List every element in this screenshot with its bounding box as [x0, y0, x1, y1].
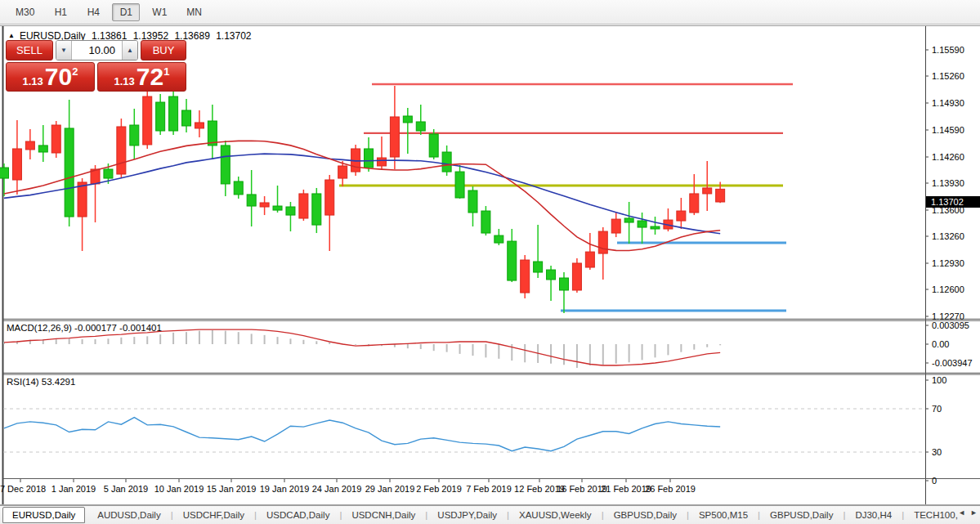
date-axis-label[interactable]: 24 Jan 2019 [312, 484, 362, 494]
candle-body [598, 231, 607, 253]
macd-axis-label: 0.003095 [932, 320, 969, 330]
candle-body [494, 235, 503, 243]
candle-body [25, 141, 34, 150]
collapse-panel-icon[interactable]: ▲ [8, 32, 15, 39]
date-axis-label[interactable]: 5 Jan 2019 [104, 484, 148, 494]
candle-body [299, 194, 308, 218]
candle-body [468, 190, 477, 213]
candle-body [182, 110, 191, 126]
sell-price-point: 2 [72, 65, 78, 78]
sell-price-button[interactable]: 1.13 70 2 [6, 62, 95, 92]
buy-price-pips: 72 [136, 65, 163, 89]
candle-body [286, 207, 295, 215]
candle-body [0, 168, 9, 178]
tab-scroll-buttons: ◄ ► [958, 508, 978, 517]
sell-price-pips: 70 [45, 65, 72, 89]
chart-tab-usdchf-daily[interactable]: USDCHF,Daily [174, 508, 253, 522]
candle-body [117, 127, 126, 174]
rsi-axis-label: 100 [932, 375, 946, 385]
volume-input[interactable]: 10.00 [72, 41, 122, 60]
candle-body [416, 122, 425, 131]
date-axis-label[interactable]: 19 Jan 2019 [260, 484, 310, 494]
candle-body [703, 188, 712, 194]
date-axis-label[interactable]: 16 Feb 2019 [557, 484, 607, 494]
sell-button[interactable]: SELL [6, 40, 53, 60]
chart-tab-xauusd-weekly[interactable]: XAUUSD,Weekly [510, 508, 601, 522]
buy-price-point: 1 [163, 65, 169, 78]
chart-tab-usdjpy-daily[interactable]: USDJPY,Daily [428, 508, 506, 522]
chart-tab-gbpusd-daily[interactable]: GBPUSD,Daily [605, 508, 686, 522]
date-axis-label[interactable]: 2 Feb 2019 [416, 484, 462, 494]
volume-increase-icon[interactable]: ▲ [122, 41, 137, 60]
volume-decrease-icon[interactable]: ▼ [56, 41, 72, 60]
one-click-trading-panel: SELL ▼ 10.00 ▲ BUY 1.13 70 2 1.13 72 1 [6, 40, 186, 92]
date-axis-label[interactable]: 21 Feb 2019 [601, 484, 651, 494]
price-axis-label[interactable]: 1.14590 [932, 125, 964, 135]
candle-body [325, 180, 334, 215]
candle-body [260, 203, 269, 207]
candle-body [455, 172, 464, 198]
date-axis-label[interactable]: 7 Feb 2019 [466, 484, 512, 494]
chart-tab-dj30-h4[interactable]: DJ30,H4 [846, 508, 901, 522]
ohlc-close: 1.13702 [216, 30, 251, 42]
rsi-axis-label: 0 [932, 476, 937, 486]
candle-body [338, 166, 347, 178]
candle-body [51, 125, 60, 153]
chart-tab-eurusd-daily[interactable]: EURUSD,Daily [2, 507, 85, 523]
chart-tab-gbpusd-daily[interactable]: GBPUSD,Daily [761, 508, 842, 522]
chart-tab-sp500-m15[interactable]: SP500,M15 [690, 508, 757, 522]
date-axis-label[interactable]: 10 Jan 2019 [154, 484, 204, 494]
price-axis-label[interactable]: 1.13260 [932, 231, 964, 241]
price-axis-label[interactable]: 1.14260 [932, 152, 964, 162]
candle-body [390, 117, 399, 157]
candle-body [273, 206, 282, 210]
candle-body [508, 241, 517, 280]
candle-body [169, 96, 178, 131]
candle-body [716, 189, 725, 202]
date-axis-label[interactable]: 26 Feb 2019 [645, 484, 696, 494]
chart-tab-audusd-daily[interactable]: AUDUSD,Daily [88, 508, 169, 522]
candle-body [403, 116, 412, 123]
candle-body [221, 146, 230, 184]
date-axis-label[interactable]: 29 Jan 2019 [365, 484, 415, 494]
candle-body [130, 125, 139, 146]
price-axis-label[interactable]: 1.14930 [932, 98, 964, 108]
macd-axis-label: 0.00 [932, 339, 949, 349]
candle-body [365, 149, 374, 168]
candle-body [559, 278, 568, 290]
tab-scroll-right-icon[interactable]: ► [970, 508, 978, 517]
candle-body [12, 149, 21, 180]
candle-body [534, 262, 543, 272]
price-axis-label[interactable]: 1.12600 [932, 284, 964, 294]
candle-body [247, 195, 256, 206]
chart-tab-usdcad-daily[interactable]: USDCAD,Daily [257, 508, 338, 522]
candle-body [481, 211, 490, 233]
price-axis-label[interactable]: 1.15260 [932, 71, 964, 81]
date-axis-label[interactable]: 1 Jan 2019 [51, 484, 96, 494]
price-axis-label[interactable]: 1.13930 [932, 178, 964, 188]
rsi-indicator-label: RSI(14) 53.4291 [7, 377, 75, 387]
candle-body [104, 169, 113, 178]
candle-body [78, 182, 87, 217]
date-axis-label[interactable]: 15 Jan 2019 [207, 484, 257, 494]
chart-tab-usdcnh-daily[interactable]: USDCNH,Daily [342, 508, 424, 522]
date-axis-label[interactable]: 27 Dec 2018 [0, 484, 46, 494]
tab-scroll-left-icon[interactable]: ◄ [958, 508, 965, 517]
price-axis-label[interactable]: 1.12930 [932, 258, 964, 268]
buy-price-button[interactable]: 1.13 72 1 [97, 62, 186, 92]
candle-body [547, 270, 556, 280]
candle-body [156, 102, 165, 131]
candle-body [651, 226, 660, 229]
buy-button[interactable]: BUY [141, 40, 186, 60]
macd-indicator-label: MACD(12,26,9) -0.000177 -0.001401 [7, 323, 162, 333]
candle-body [442, 152, 451, 172]
rsi-axis-label: 30 [932, 447, 942, 457]
candle-body [143, 96, 152, 145]
current-price-value: 1.13702 [931, 197, 964, 207]
candle-body [65, 128, 74, 217]
candle-body [624, 218, 633, 222]
candle-body [585, 252, 594, 267]
candle-body [572, 263, 581, 290]
price-axis-label[interactable]: 1.15590 [932, 45, 964, 55]
candle-body [234, 181, 243, 195]
